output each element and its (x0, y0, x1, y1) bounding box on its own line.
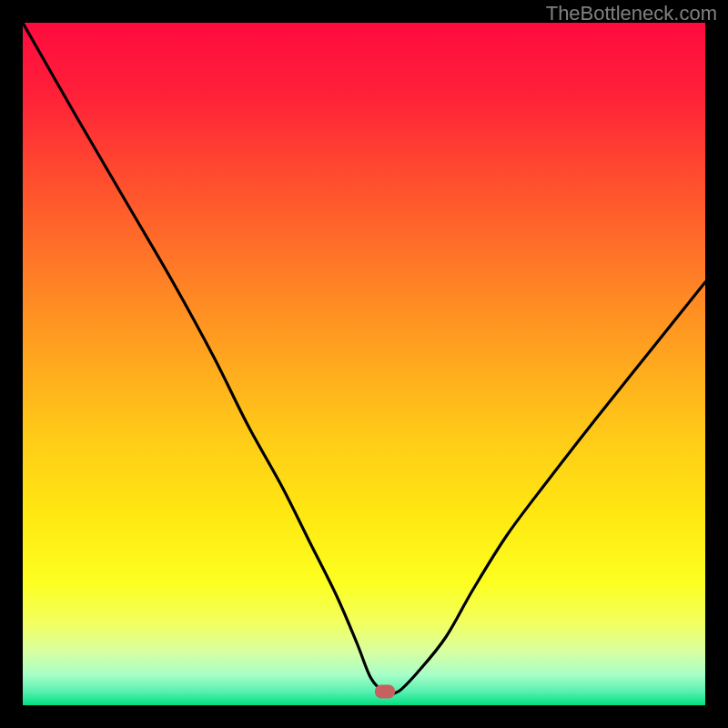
bottleneck-curve (23, 23, 705, 705)
optimal-point-marker (375, 685, 395, 699)
plot-area (23, 23, 705, 705)
chart-frame: TheBottleneck.com (0, 0, 728, 728)
watermark-text: TheBottleneck.com (546, 2, 717, 25)
